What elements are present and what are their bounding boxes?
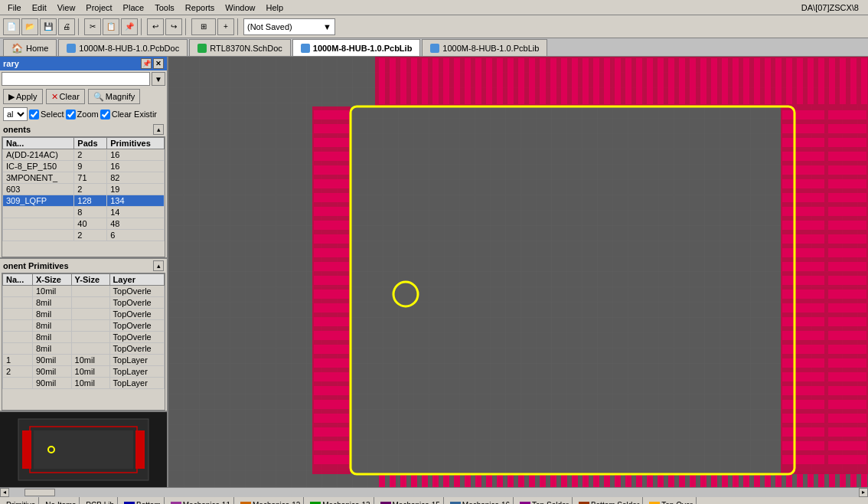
toolbar-btn-open[interactable]: 📂 [21,18,38,35]
svg-rect-28 [572,58,578,104]
tab-schdoc[interactable]: RTL8370N.SchDoc [189,39,291,56]
primitives-section-label: onent Primitives [3,261,69,270]
table-row[interactable]: 2 6 [3,230,165,241]
svg-rect-76 [593,474,599,487]
right-pads [781,106,827,474]
toolbar-btn-new[interactable]: 📄 [3,18,20,35]
tab-pcbdoc[interactable]: 1000M-8-HUB-1.0.PcbDoc [58,39,188,56]
table-row[interactable]: 10mil TopOverle [3,286,165,297]
svg-rect-153 [782,427,824,437]
table-row[interactable]: 3MPONENT_ 71 82 [3,172,165,184]
table-row[interactable]: 8mil TopOverle [3,320,165,332]
svg-rect-97 [818,474,824,487]
svg-rect-100 [850,474,857,487]
svg-rect-123 [314,386,349,395]
clear-existing-label: Clear Existir [112,110,157,119]
svg-rect-68 [507,474,514,487]
toolbar-btn-save[interactable]: 💾 [40,18,57,35]
clear-button[interactable]: ✕ Clear [46,89,85,104]
svg-rect-73 [561,474,567,487]
select-checkbox[interactable] [29,110,39,119]
tab-pcblib-active[interactable]: 1000M-8-HUB-1.0.PcbLib [292,39,421,56]
comp-name-cell: 603 [3,184,74,195]
canvas-area[interactable] [168,57,868,487]
table-row[interactable]: 2 90mil 10mil TopLayer [3,366,165,378]
svg-rect-25 [540,58,546,104]
svg-rect-35 [647,58,653,104]
horizontal-scrollbar[interactable]: ◂ ▸ [0,487,868,496]
menu-item-view[interactable]: View [53,2,80,13]
prim-scroll-up[interactable]: ▴ [153,260,164,271]
table-row[interactable]: 1 90mil 10mil TopLayer [3,355,165,366]
svg-rect-103 [314,110,349,119]
table-row[interactable]: 309_LQFP 128 134 [3,195,165,207]
svg-rect-122 [314,372,349,381]
toolbar-btn-print[interactable]: 🖨 [58,18,75,35]
scroll-thumb[interactable] [24,489,55,496]
menu-item-file[interactable]: File [3,2,26,13]
menu-item-reports[interactable]: Reports [181,2,220,13]
table-row[interactable]: 8mil TopOverle [3,332,165,343]
table-row[interactable]: IC-8_EP_150 9 16 [3,161,165,172]
svg-rect-59 [411,474,417,487]
magnify-label: Magnify [106,92,135,101]
scroll-left-btn[interactable]: ◂ [0,488,9,497]
svg-rect-74 [572,474,578,487]
table-row[interactable]: 8mil TopOverle [3,309,165,320]
apply-button[interactable]: ▶ Apply [3,89,43,104]
svg-rect-67 [497,474,503,487]
left-pads [312,106,351,474]
table-row[interactable]: 8mil TopOverle [3,343,165,355]
menu-item-window[interactable]: Window [220,2,259,13]
svg-rect-71 [540,474,546,487]
toolbar-btn-paste[interactable]: 📌 [121,18,138,35]
select-checkbox-label[interactable]: Select [29,110,64,119]
table-row[interactable]: 90mil 10mil TopLayer [3,378,165,389]
al-dropdown[interactable]: al [3,107,28,121]
toolbar-btn-redo[interactable]: ↪ [165,18,182,35]
clear-existing-checkbox-label[interactable]: Clear Existir [100,110,157,119]
table-row[interactable]: 40 48 [3,218,165,230]
search-input[interactable] [2,72,150,86]
menu-item-help[interactable]: Help [261,2,288,13]
tab-home-label: Home [26,44,48,53]
toolbar-btn-zoom[interactable]: + [217,18,234,35]
menu-item-edit[interactable]: Edit [28,2,51,13]
table-row[interactable]: 8mil TopOverle [3,297,165,309]
menu-item-project[interactable]: Project [81,2,116,13]
panel-close-btn[interactable]: ✕ [153,58,164,69]
status-mech16-color [450,502,461,505]
scroll-right-btn[interactable]: ▸ [859,488,868,497]
table-row[interactable]: 603 2 19 [3,184,165,195]
svg-rect-155 [782,455,824,464]
search-row: ▼ [0,70,167,87]
toolbar-btn-cut[interactable]: ✂ [84,18,101,35]
search-dropdown-btn[interactable]: ▼ [152,72,165,86]
primitives-table: Na... X-Size Y-Size Layer 10mil TopOverl… [2,273,165,389]
menu-item-place[interactable]: Place [119,2,149,13]
svg-rect-174 [828,345,866,354]
svg-rect-133 [782,152,824,161]
magnify-button[interactable]: 🔍 Magnify [88,89,141,104]
zoom-checkbox-label[interactable]: Zoom [66,110,99,119]
toolbar-btn-undo[interactable]: ↩ [147,18,164,35]
menu-item-tools[interactable]: Tools [150,2,179,13]
toolbar-btn-copy[interactable]: 📋 [103,18,119,35]
scroll-track[interactable] [9,488,859,497]
svg-rect-19 [475,58,481,104]
tab-pcblib2[interactable]: 1000M-8-HUB-1.0.PcbLib [422,39,547,56]
zoom-checkbox[interactable] [66,110,76,119]
svg-rect-95 [797,474,803,487]
toolbar-sep3 [185,18,188,35]
components-scroll-btns: ▴ [153,124,164,135]
toolbar-btn-grid[interactable]: ⊞ [191,18,216,35]
table-row[interactable]: 8 14 [3,207,165,218]
clear-existing-checkbox[interactable] [100,110,110,119]
panel-pin-btn[interactable]: 📌 [141,58,152,69]
comp-scroll-up[interactable]: ▴ [153,124,164,135]
svg-rect-105 [314,138,349,147]
table-row[interactable]: A(DD-214AC) 2 16 [3,149,165,161]
comp-primitives-cell: 48 [107,218,165,230]
tab-home[interactable]: 🏠 Home [3,39,57,56]
toolbar-dropdown-notsaved[interactable]: (Not Saved) ▼ [243,18,335,35]
